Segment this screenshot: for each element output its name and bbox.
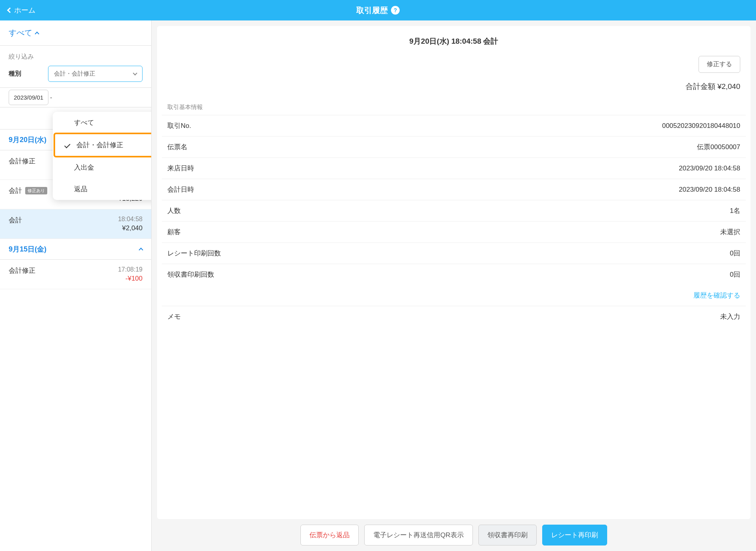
txn-time: 18:04:58 <box>118 216 143 223</box>
date-group-header[interactable]: 9月15日(金) <box>0 239 151 260</box>
chevron-down-icon <box>133 71 137 75</box>
back-label: ホーム <box>14 6 35 15</box>
type-select[interactable]: 会計・会計修正 <box>48 66 143 82</box>
info-label: 取引No. <box>167 121 191 130</box>
history-link[interactable]: 履歴を確認する <box>693 291 740 300</box>
info-row-visit-time: 来店日時 2023/09/20 18:04:58 <box>162 157 746 179</box>
sidebar: すべて 絞り込み 種別 会計・会計修正 すべて 会計・会計修正 <box>0 20 152 551</box>
txn-type: 会計 <box>9 186 22 195</box>
txn-type: 会計 <box>9 216 22 225</box>
txn-type: 会計修正 <box>9 266 35 275</box>
total-row: 合計金額 ¥2,040 <box>162 79 746 100</box>
action-bar: 伝票から返品 電子レシート再送信用QR表示 領収書再印刷 レシート再印刷 <box>157 519 750 545</box>
date-range-dash: - <box>50 94 52 101</box>
chevron-up-icon <box>35 31 39 36</box>
filter-tab-all[interactable]: すべて <box>0 20 151 46</box>
transaction-row[interactable]: 会計修正 17:08:19 -¥100 <box>0 260 151 289</box>
info-value: 00052023092018044​8010 <box>662 122 740 130</box>
detail-card: 9月20日(水) 18:04:58 会計 修正する 合計金額 ¥2,040 取引… <box>157 26 750 519</box>
total-label: 合計金額 <box>686 82 715 91</box>
detail-title: 9月20日(水) 18:04:58 会計 <box>162 36 746 46</box>
date-from-input[interactable]: 2023/09/01 <box>9 90 48 105</box>
dropdown-item-accounting[interactable]: 会計・会計修正 <box>54 133 152 157</box>
transaction-row[interactable]: 会計 18:04:58 ¥2,040 <box>0 209 151 239</box>
info-value: 0回 <box>730 270 740 279</box>
chevron-up-icon <box>139 248 143 252</box>
date-group-label: 9月20日(水) <box>9 135 46 144</box>
filter-type-row: 種別 会計・会計修正 <box>9 66 143 82</box>
top-header: ホーム 取引履歴 ? <box>0 0 756 20</box>
date-filter-row: 2023/09/01 - <box>0 88 151 107</box>
info-label: 来店日時 <box>167 164 194 173</box>
info-label: 人数 <box>167 206 181 215</box>
info-row-txn-no: 取引No. 00052023092018044​8010 <box>162 115 746 136</box>
resend-qr-button[interactable]: 電子レシート再送信用QR表示 <box>364 525 473 545</box>
dropdown-item-label: 会計・会計修正 <box>76 141 123 150</box>
info-label: 領収書印刷回数 <box>167 270 214 279</box>
txn-time: 17:08:19 <box>118 266 143 273</box>
type-label: 種別 <box>9 70 40 78</box>
info-value: 未選択 <box>720 227 740 237</box>
type-dropdown-menu: すべて 会計・会計修正 入出金 返品 <box>53 112 152 200</box>
info-value: 2023/09/20 18:04:58 <box>679 165 740 172</box>
help-icon[interactable]: ? <box>391 6 400 15</box>
info-label: 会計日時 <box>167 185 194 194</box>
info-row-customer: 顧客 未選択 <box>162 221 746 242</box>
info-label: 顧客 <box>167 227 181 237</box>
info-value: 0回 <box>730 249 740 258</box>
chevron-left-icon <box>7 7 13 13</box>
dropdown-item-cashflow[interactable]: 入出金 <box>53 157 152 178</box>
dropdown-item-all[interactable]: すべて <box>53 112 152 133</box>
date-group-label: 9月15日(金) <box>9 244 46 254</box>
info-row-memo: メモ 未入力 <box>162 306 746 327</box>
info-row-history-link: 履歴を確認する <box>162 285 746 306</box>
info-value: 2023/09/20 18:04:58 <box>679 186 740 194</box>
filter-label: 絞り込み <box>9 53 143 61</box>
total-value: ¥2,040 <box>717 82 740 91</box>
modify-button[interactable]: 修正する <box>699 56 740 73</box>
info-row-slip-name: 伝票名 伝票00050007 <box>162 136 746 157</box>
dropdown-item-return[interactable]: 返品 <box>53 178 152 200</box>
info-label: 伝票名 <box>167 142 187 152</box>
dropdown-item-label: 入出金 <box>74 163 94 172</box>
modified-badge: 修正あり <box>25 187 47 194</box>
dropdown-item-label: すべて <box>74 118 94 127</box>
txn-amount: ¥2,040 <box>118 224 143 232</box>
info-value: 伝票00050007 <box>697 142 740 152</box>
reprint-ryoshu-button[interactable]: 領収書再印刷 <box>478 525 537 545</box>
info-value: 1名 <box>730 206 740 215</box>
reprint-receipt-button[interactable]: レシート再印刷 <box>542 525 607 545</box>
info-label: レシート印刷回数 <box>167 249 221 258</box>
tab-label: すべて <box>9 28 32 38</box>
info-label: メモ <box>167 312 181 321</box>
txn-type: 会計修正 <box>9 157 35 166</box>
info-row-checkout-time: 会計日時 2023/09/20 18:04:58 <box>162 179 746 200</box>
info-row-receipt-prints: レシート印刷回数 0回 <box>162 242 746 264</box>
back-button[interactable]: ホーム <box>8 6 35 15</box>
filter-section: 絞り込み 種別 会計・会計修正 <box>0 46 151 88</box>
info-row-ryoshu-prints: 領収書印刷回数 0回 <box>162 264 746 285</box>
detail-section-label: 取引基本情報 <box>162 100 746 115</box>
info-row-people: 人数 1名 <box>162 200 746 221</box>
page-title: 取引履歴 ? <box>356 5 400 16</box>
check-icon <box>64 142 70 148</box>
header-title-text: 取引履歴 <box>356 5 388 16</box>
dropdown-item-label: 返品 <box>74 185 87 194</box>
detail-panel: 9月20日(水) 18:04:58 会計 修正する 合計金額 ¥2,040 取引… <box>152 20 756 551</box>
type-selected-value: 会計・会計修正 <box>54 70 95 78</box>
info-value: 未入力 <box>720 312 740 321</box>
return-from-slip-button[interactable]: 伝票から返品 <box>300 525 359 545</box>
txn-amount: -¥100 <box>118 275 143 283</box>
